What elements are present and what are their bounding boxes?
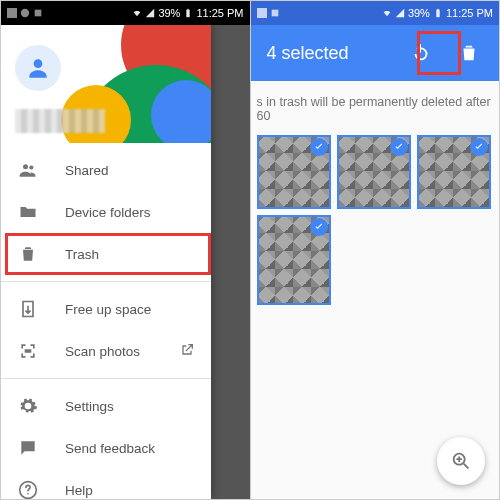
photo-thumb[interactable] [417, 135, 491, 209]
battery-text: 39% [408, 7, 430, 19]
notification-icon [33, 8, 43, 18]
menu-label: Trash [65, 247, 99, 262]
trash-icon [458, 42, 480, 64]
svg-rect-11 [436, 10, 439, 18]
account-name-redacted [15, 109, 105, 133]
check-badge [390, 138, 408, 156]
check-icon [393, 141, 405, 153]
notification-icon [257, 8, 267, 18]
menu-item-free-up-space[interactable]: Free up space [1, 288, 211, 330]
status-bar: 39% 11:25 PM [1, 1, 250, 25]
phone-left: 39% 11:25 PM Albums [1, 1, 251, 499]
menu-label: Device folders [65, 205, 151, 220]
feedback-icon [17, 437, 39, 459]
menu-separator [1, 281, 211, 282]
menu-label: Help [65, 483, 93, 498]
free-space-icon [17, 298, 39, 320]
menu-item-shared[interactable]: Shared [1, 149, 211, 191]
selection-appbar: 4 selected [251, 25, 500, 81]
menu-item-device-folders[interactable]: Device folders [1, 191, 211, 233]
menu-label: Shared [65, 163, 109, 178]
zoom-fab[interactable] [437, 437, 485, 485]
selection-title: 4 selected [261, 43, 394, 64]
notification-icon [270, 8, 280, 18]
phone-right: 39% 11:25 PM 4 selected s in trash will … [251, 1, 500, 499]
help-icon [17, 479, 39, 499]
check-badge [470, 138, 488, 156]
photo-thumb[interactable] [337, 135, 411, 209]
menu-item-send-feedback[interactable]: Send feedback [1, 427, 211, 469]
trash-icon [17, 243, 39, 265]
svg-rect-2 [35, 10, 42, 17]
check-badge [310, 138, 328, 156]
menu-separator [1, 378, 211, 379]
scan-icon [17, 340, 39, 362]
open-external-icon [179, 342, 195, 361]
svg-rect-0 [7, 8, 17, 18]
menu-label: Free up space [65, 302, 151, 317]
check-icon [313, 221, 325, 233]
clock-text: 11:25 PM [446, 7, 493, 19]
status-bar: 39% 11:25 PM [251, 1, 500, 25]
folder-icon [17, 201, 39, 223]
wifi-icon [132, 8, 142, 18]
drawer-header[interactable] [1, 25, 211, 143]
wifi-icon [382, 8, 392, 18]
check-icon [313, 141, 325, 153]
menu-label: Scan photos [65, 344, 140, 359]
menu-label: Send feedback [65, 441, 155, 456]
menu-item-help[interactable]: Help [1, 469, 211, 499]
photo-thumb[interactable] [257, 215, 331, 305]
restore-button[interactable] [401, 33, 441, 73]
svg-rect-4 [188, 9, 190, 10]
magnify-icon [450, 450, 472, 472]
signal-icon [145, 8, 155, 18]
drawer-menu: Shared Device folders Trash Free up spac… [1, 143, 211, 499]
svg-rect-12 [437, 9, 439, 10]
restore-icon [410, 42, 432, 64]
menu-item-trash[interactable]: Trash [1, 233, 211, 275]
battery-text: 39% [158, 7, 180, 19]
battery-icon [183, 8, 193, 18]
nav-drawer: Shared Device folders Trash Free up spac… [1, 25, 211, 499]
clock-text: 11:25 PM [196, 7, 243, 19]
photo-grid [251, 129, 500, 311]
svg-point-6 [23, 164, 28, 169]
people-icon [17, 159, 39, 181]
svg-rect-3 [187, 10, 190, 18]
trash-notice: s in trash will be permanently deleted a… [251, 81, 500, 129]
menu-item-settings[interactable]: Settings [1, 385, 211, 427]
gear-icon [17, 395, 39, 417]
menu-item-scan-photos[interactable]: Scan photos [1, 330, 211, 372]
menu-label: Settings [65, 399, 114, 414]
svg-point-5 [34, 59, 43, 68]
svg-point-7 [29, 165, 33, 169]
battery-icon [433, 8, 443, 18]
notification-icon [7, 8, 17, 18]
avatar[interactable] [15, 45, 61, 91]
check-badge [310, 218, 328, 236]
delete-button[interactable] [449, 33, 489, 73]
check-icon [473, 141, 485, 153]
svg-point-1 [21, 9, 29, 17]
notification-icon [20, 8, 30, 18]
svg-rect-9 [257, 8, 267, 18]
svg-rect-10 [271, 10, 278, 17]
signal-icon [395, 8, 405, 18]
photo-thumb[interactable] [257, 135, 331, 209]
person-icon [25, 55, 51, 81]
